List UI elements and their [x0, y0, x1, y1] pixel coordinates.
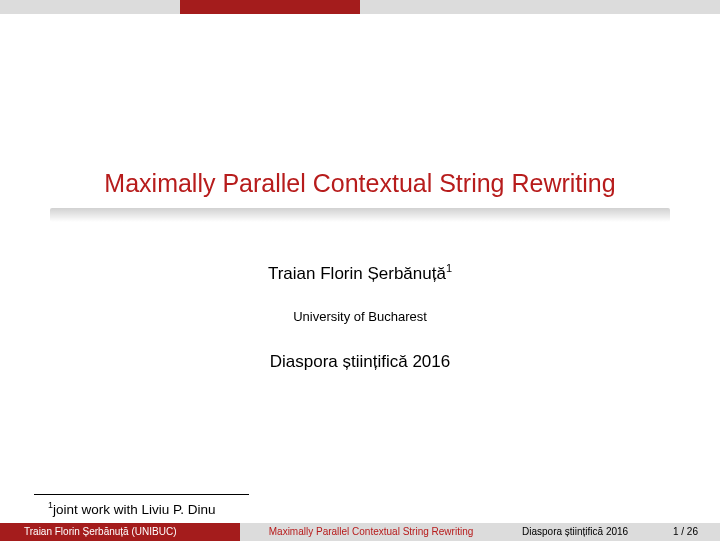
footnote: 1joint work with Liviu P. Dinu: [48, 500, 216, 517]
affiliation: University of Bucharest: [0, 309, 720, 324]
footer-title: Maximally Parallel Contextual String Rew…: [240, 523, 502, 541]
progress-bar: [0, 0, 720, 14]
author-line: Traian Florin Șerbănuță1: [0, 262, 720, 284]
slide-title: Maximally Parallel Contextual String Rew…: [0, 169, 720, 198]
title-shadow: [50, 208, 670, 222]
footer-right: Diaspora științifică 2016 1 / 26: [502, 523, 720, 541]
author-footnote-marker: 1: [446, 262, 452, 274]
slide-content: Maximally Parallel Contextual String Rew…: [0, 14, 720, 523]
author-name: Traian Florin Șerbănuță: [268, 264, 446, 283]
title-block: Maximally Parallel Contextual String Rew…: [0, 169, 720, 222]
event-name: Diaspora științifică 2016: [0, 352, 720, 372]
slide-footer: Traian Florin Șerbănuță (UNIBUC) Maximal…: [0, 523, 720, 541]
footnote-text: joint work with Liviu P. Dinu: [53, 502, 216, 517]
footer-event: Diaspora științifică 2016: [522, 526, 628, 537]
footer-page: 1 / 26: [673, 523, 698, 541]
footer-author: Traian Florin Șerbănuță (UNIBUC): [0, 523, 240, 541]
footnote-rule: [34, 494, 249, 495]
progress-segment: [180, 0, 360, 14]
